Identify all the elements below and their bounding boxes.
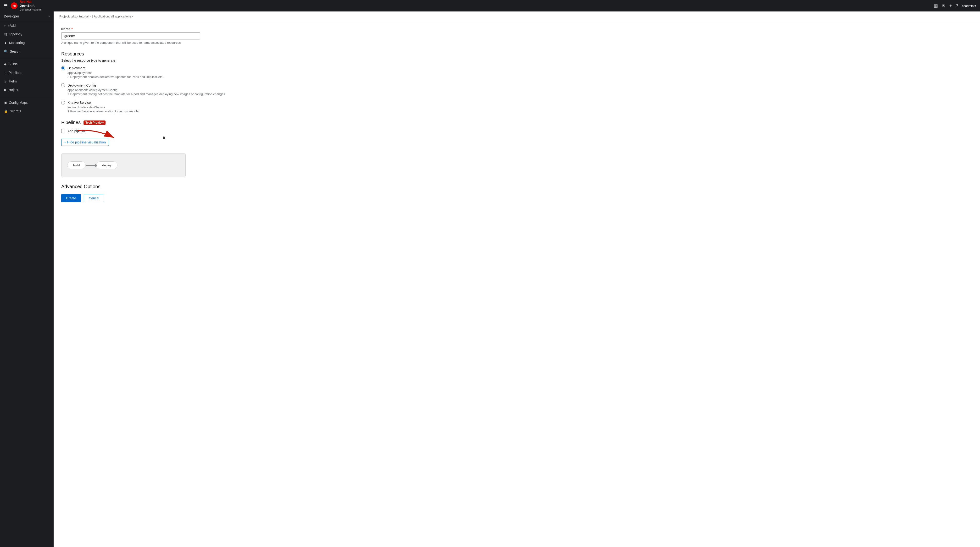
perspective-switcher[interactable]: Developer ▾ [0, 11, 54, 21]
radio-deploymentconfig: Deployment Config apps.openshift.io/Depl… [61, 83, 261, 96]
monitoring-icon: ▲ [4, 41, 7, 45]
knative-label: Knative Service [67, 101, 91, 105]
deployment-desc: A Deployment enables declarative updates… [67, 75, 261, 79]
builds-icon: ◆ [4, 62, 6, 66]
breadcrumb: Project: tektontutorial ▾ | Application:… [54, 11, 980, 21]
perspective-chevron: ▾ [48, 14, 50, 18]
deploymentconfig-radio[interactable] [61, 83, 65, 87]
deployment-radio[interactable] [61, 66, 65, 70]
sidebar-item-add[interactable]: + +Add [0, 21, 54, 30]
name-label: Name * [61, 27, 261, 31]
pipelines-icon: ↦ [4, 71, 7, 75]
sidebar-item-search-label: Search [10, 49, 20, 53]
name-input[interactable] [61, 32, 200, 40]
search-icon: 🔍 [4, 49, 8, 53]
user-menu[interactable]: ocadmin ▾ [962, 4, 976, 8]
pipeline-task-build: build [67, 162, 86, 169]
sidebar-item-helm-label: Helm [9, 79, 17, 83]
resources-title: Resources [61, 51, 261, 57]
plus-icon[interactable]: + [950, 3, 952, 8]
knative-radio[interactable] [61, 101, 65, 105]
sidebar-item-project[interactable]: ■ Project [0, 86, 54, 94]
radio-knative: Knative Service serving.knative.dev/Serv… [61, 101, 261, 113]
breadcrumb-app-chevron: ▾ [132, 15, 134, 18]
topology-icon: ▤ [4, 32, 7, 36]
name-required: * [71, 27, 73, 31]
add-icon: + [4, 24, 6, 27]
add-pipeline-wrapper: Add pipeline [61, 129, 86, 137]
perspective-label: Developer [4, 14, 19, 18]
cancel-button[interactable]: Cancel [84, 194, 104, 202]
sidebar-item-search[interactable]: 🔍 Search [0, 47, 54, 56]
svg-text:RH: RH [13, 5, 16, 7]
sidebar-item-project-label: Project [8, 88, 18, 92]
bell-icon[interactable]: ☀ [942, 3, 945, 8]
breadcrumb-separator: | [92, 14, 93, 18]
sidebar-item-pipelines-label: Pipelines [9, 71, 22, 75]
radio-deployment: Deployment apps/Deployment A Deployment … [61, 66, 261, 79]
create-button[interactable]: Create [61, 194, 81, 202]
brand-openshift: OpenShift [20, 4, 35, 7]
sidebar-item-topology-label: Topology [9, 32, 22, 36]
add-pipeline-checkbox[interactable] [61, 129, 65, 133]
advanced-options-title: Advanced Options [61, 184, 261, 189]
add-pipeline-row: Add pipeline [61, 129, 86, 133]
breadcrumb-application-label: Application: all applications [94, 14, 131, 18]
grid-icon[interactable]: ▦ [934, 3, 938, 8]
brand-logo: RH Red Hat OpenShift Container Platform [11, 0, 41, 12]
brand-redhat: Red Hat [20, 0, 31, 3]
sidebar-item-monitoring-label: Monitoring [9, 41, 25, 45]
breadcrumb-project[interactable]: Project: tektontutorial ▾ [59, 14, 91, 18]
sidebar-item-configmaps[interactable]: ▣ Config Maps [0, 98, 54, 107]
deploymentconfig-label: Deployment Config [67, 83, 96, 87]
pipelines-title: Pipelines [61, 120, 81, 125]
sidebar-item-configmaps-label: Config Maps [9, 101, 28, 105]
hide-pipeline-chevron-icon: ▾ [64, 141, 66, 144]
secrets-icon: 🔒 [4, 109, 8, 113]
project-icon: ■ [4, 88, 6, 92]
pipeline-visualization: build deploy [61, 154, 186, 177]
name-hint: A unique name given to the component tha… [61, 41, 261, 44]
redhat-logo-icon: RH [11, 2, 18, 10]
configmaps-icon: ▣ [4, 101, 7, 105]
pipeline-task-deploy: deploy [96, 162, 117, 169]
knative-api: serving.knative.dev/Service [67, 105, 261, 109]
tech-preview-badge: Tech Preview [83, 120, 105, 125]
sidebar-item-pipelines[interactable]: ↦ Pipelines [0, 68, 54, 77]
main-content: Project: tektontutorial ▾ | Application:… [54, 11, 980, 547]
sidebar-item-secrets[interactable]: 🔒 Secrets [0, 107, 54, 116]
sidebar-item-secrets-label: Secrets [10, 109, 21, 113]
hide-pipeline-button[interactable]: ▾ Hide pipeline visualization [61, 139, 109, 146]
resources-select-label: Select the resource type to generate [61, 59, 261, 62]
helm-icon: ♨ [4, 79, 7, 83]
help-icon[interactable]: ? [956, 3, 958, 8]
form-buttons: Create Cancel [61, 194, 261, 202]
pipelines-header: Pipelines Tech Preview [61, 120, 261, 125]
deployment-api: apps/Deployment [67, 71, 261, 75]
hamburger-menu[interactable]: ☰ [4, 3, 8, 8]
breadcrumb-project-chevron: ▾ [89, 15, 91, 18]
add-pipeline-label: Add pipeline [67, 129, 86, 133]
knative-desc: A Knative Service enables scaling to zer… [67, 109, 261, 113]
sidebar-item-builds-label: Builds [8, 62, 18, 66]
sidebar-item-topology[interactable]: ▤ Topology [0, 30, 54, 38]
sidebar-item-monitoring[interactable]: ▲ Monitoring [0, 38, 54, 47]
sidebar-item-helm[interactable]: ♨ Helm [0, 77, 54, 86]
deploymentconfig-api: apps.openshift.io/DeploymentConfig [67, 88, 261, 92]
sidebar-item-add-label: +Add [8, 24, 16, 27]
form-area: Name * A unique name given to the compon… [54, 21, 269, 208]
sidebar: Developer ▾ + +Add ▤ Topology ▲ Monitori… [0, 11, 54, 547]
top-navigation: ☰ RH Red Hat OpenShift Container Platfor… [0, 0, 980, 11]
breadcrumb-application[interactable]: Application: all applications ▾ [94, 14, 134, 18]
deploymentconfig-desc: A Deployment Config defines the template… [67, 92, 261, 96]
name-field-group: Name * A unique name given to the compon… [61, 27, 261, 44]
sidebar-item-builds[interactable]: ◆ Builds [0, 60, 54, 68]
deployment-label: Deployment [67, 66, 86, 70]
brand-platform: Container Platform [20, 8, 41, 11]
hide-pipeline-button-label: Hide pipeline visualization [67, 140, 106, 144]
breadcrumb-project-label: Project: tektontutorial [59, 14, 89, 18]
pipeline-connector [86, 165, 96, 166]
